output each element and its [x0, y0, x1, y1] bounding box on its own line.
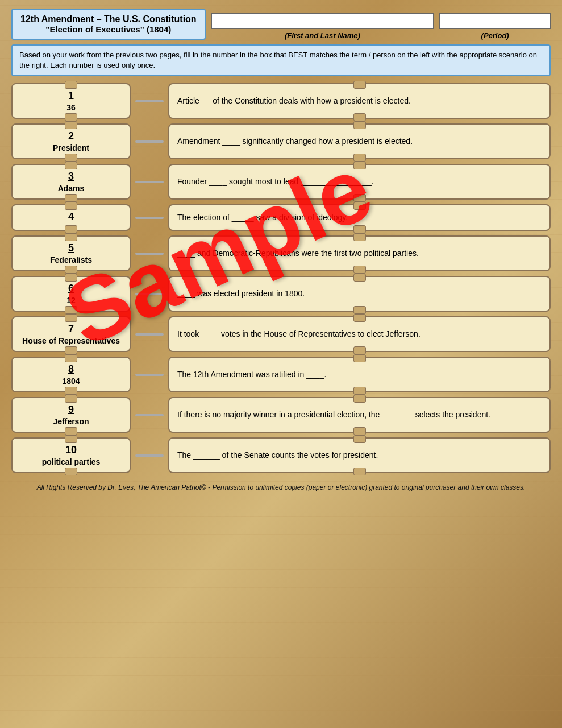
matching-row-4: 4 The election of _____ saw a division o… [11, 204, 551, 231]
term-text-7: House of Representatives [22, 336, 120, 345]
term-card-6: 6 12 [11, 276, 131, 312]
term-number-10: 10 [65, 444, 77, 456]
answer-box-7[interactable] [135, 333, 164, 336]
instructions: Based on your work from the previous two… [11, 44, 551, 76]
term-number-7: 7 [68, 323, 74, 335]
page-content: 12th Amendment – The U.S. Constitution "… [0, 0, 562, 504]
answer-box-10[interactable] [135, 454, 164, 457]
title-box: 12th Amendment – The U.S. Constitution "… [11, 9, 206, 40]
term-number-1: 1 [68, 90, 74, 102]
matching-row-2: 2 President Amendment ____ significantly… [11, 123, 551, 159]
scenario-card-5: ____ and Democratic-Republicans were the… [168, 235, 551, 271]
term-card-8: 8 1804 [11, 357, 131, 392]
term-text-9: Jefferson [53, 417, 89, 426]
term-card-1: 1 36 [11, 83, 131, 119]
term-card-10: 10 political parties [11, 437, 131, 473]
period-input[interactable] [439, 13, 551, 29]
scenario-card-3: Founder ____ sought most to lead _______… [168, 164, 551, 200]
answer-box-5[interactable] [135, 253, 164, 255]
answer-box-3[interactable] [135, 181, 164, 183]
input-boxes-row [211, 13, 551, 29]
matching-row-9: 9 Jefferson If there is no majority winn… [11, 397, 551, 433]
matching-row-6: 6 12 ____ was elected president in 1800. [11, 276, 551, 312]
term-text-6: 12 [66, 296, 76, 305]
scenario-card-8: The 12th Amendment was ratified in ____. [168, 357, 551, 392]
term-number-3: 3 [68, 171, 74, 183]
scenario-card-9: If there is no majority winner in a pres… [168, 397, 551, 433]
scenario-card-6: ____ was elected president in 1800. [168, 276, 551, 312]
term-number-5: 5 [68, 242, 74, 254]
name-label: (First and Last Name) [211, 31, 434, 40]
main-title: 12th Amendment – The U.S. Constitution [20, 14, 197, 24]
answer-box-4[interactable] [135, 217, 164, 219]
matching-row-3: 3 Adams Founder ____ sought most to lead… [11, 164, 551, 200]
term-text-5: Federalists [50, 255, 92, 264]
footer-text: All Rights Reserved by Dr. Eves, The Ame… [11, 482, 551, 493]
term-text-10: political parties [42, 457, 101, 466]
name-input[interactable] [211, 13, 434, 29]
inputs-area: (First and Last Name) (Period) [211, 13, 551, 40]
term-card-2: 2 President [11, 123, 131, 159]
answer-box-2[interactable] [135, 140, 164, 143]
term-text-1: 36 [66, 103, 76, 112]
matching-rows: 1 36 Article __ of the Constitution deal… [11, 83, 551, 473]
term-number-6: 6 [68, 283, 74, 295]
term-card-3: 3 Adams [11, 164, 131, 200]
term-card-4: 4 [11, 204, 131, 231]
matching-row-1: 1 36 Article __ of the Constitution deal… [11, 83, 551, 119]
answer-box-8[interactable] [135, 374, 164, 376]
term-card-9: 9 Jefferson [11, 397, 131, 433]
term-text-3: Adams [58, 184, 85, 193]
matching-row-8: 8 1804 The 12th Amendment was ratified i… [11, 357, 551, 392]
scenario-card-7: It took ____ votes in the House of Repre… [168, 316, 551, 352]
answer-box-6[interactable] [135, 293, 164, 295]
matching-row-7: 7 House of Representatives It took ____ … [11, 316, 551, 352]
header-row: 12th Amendment – The U.S. Constitution "… [11, 9, 551, 40]
period-label: (Period) [439, 31, 551, 40]
term-text-2: President [53, 143, 89, 152]
scenario-card-10: The ______ of the Senate counts the vote… [168, 437, 551, 473]
answer-box-1[interactable] [135, 100, 164, 102]
scenario-card-1: Article __ of the Constitution deals wit… [168, 83, 551, 119]
matching-row-5: 5 Federalists ____ and Democratic-Republ… [11, 235, 551, 271]
term-card-7: 7 House of Representatives [11, 316, 131, 352]
term-text-8: 1804 [62, 377, 80, 386]
matching-row-10: 10 political parties The ______ of the S… [11, 437, 551, 473]
scenario-card-2: Amendment ____ significantly changed how… [168, 123, 551, 159]
scenario-card-4: The election of _____ saw a division of … [168, 204, 551, 231]
term-card-5: 5 Federalists [11, 235, 131, 271]
field-labels: (First and Last Name) (Period) [211, 31, 551, 40]
term-number-2: 2 [68, 130, 74, 142]
sub-title: "Election of Executives" (1804) [20, 24, 197, 34]
term-number-8: 8 [68, 363, 74, 375]
term-number-4: 4 [68, 211, 74, 223]
answer-box-9[interactable] [135, 414, 164, 416]
term-number-9: 9 [68, 404, 74, 416]
